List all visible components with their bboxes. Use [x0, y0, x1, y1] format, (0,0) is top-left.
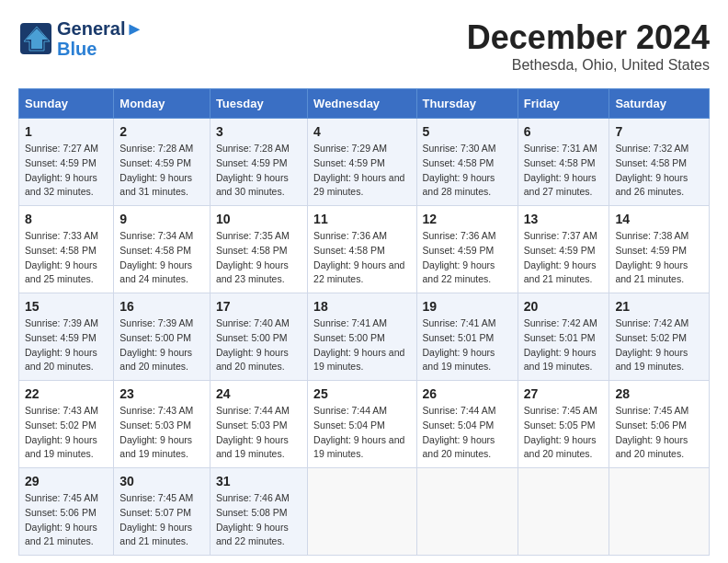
calendar-cell: 27 Sunrise: 7:45 AM Sunset: 5:05 PM Dayl… — [518, 381, 609, 468]
day-number: 24 — [216, 386, 301, 401]
day-info: Sunrise: 7:33 AM Sunset: 4:58 PM Dayligh… — [25, 229, 108, 287]
day-info: Sunrise: 7:29 AM Sunset: 4:59 PM Dayligh… — [313, 142, 410, 200]
day-number: 19 — [423, 299, 512, 314]
calendar-cell: 28 Sunrise: 7:45 AM Sunset: 5:06 PM Dayl… — [609, 381, 710, 468]
day-info: Sunrise: 7:43 AM Sunset: 5:03 PM Dayligh… — [119, 404, 204, 462]
calendar-cell: 3 Sunrise: 7:28 AM Sunset: 4:59 PM Dayli… — [210, 119, 307, 206]
day-info: Sunrise: 7:32 AM Sunset: 4:58 PM Dayligh… — [615, 142, 703, 200]
day-number: 15 — [25, 299, 108, 314]
day-info: Sunrise: 7:44 AM Sunset: 5:04 PM Dayligh… — [423, 404, 512, 462]
day-number: 7 — [615, 124, 703, 139]
col-header-monday: Monday — [114, 89, 210, 119]
calendar-week-row: 29 Sunrise: 7:45 AM Sunset: 5:06 PM Dayl… — [19, 468, 710, 556]
day-info: Sunrise: 7:31 AM Sunset: 4:58 PM Dayligh… — [524, 142, 604, 200]
day-number: 31 — [216, 474, 301, 488]
col-header-saturday: Saturday — [609, 89, 710, 119]
calendar-cell — [308, 468, 416, 556]
day-number: 25 — [313, 386, 410, 401]
day-info: Sunrise: 7:46 AM Sunset: 5:08 PM Dayligh… — [216, 491, 301, 549]
calendar-cell — [416, 468, 518, 556]
day-number: 12 — [423, 212, 512, 226]
day-number: 29 — [25, 474, 108, 488]
day-info: Sunrise: 7:36 AM Sunset: 4:59 PM Dayligh… — [423, 229, 512, 287]
calendar-cell: 19 Sunrise: 7:41 AM Sunset: 5:01 PM Dayl… — [416, 293, 518, 381]
day-info: Sunrise: 7:44 AM Sunset: 5:03 PM Dayligh… — [216, 404, 301, 462]
col-header-thursday: Thursday — [416, 89, 518, 119]
calendar-cell: 4 Sunrise: 7:29 AM Sunset: 4:59 PM Dayli… — [308, 119, 416, 206]
calendar-cell: 29 Sunrise: 7:45 AM Sunset: 5:06 PM Dayl… — [19, 468, 114, 556]
logo-blue: Blue — [57, 39, 143, 59]
calendar-cell: 26 Sunrise: 7:44 AM Sunset: 5:04 PM Dayl… — [416, 381, 518, 468]
day-info: Sunrise: 7:42 AM Sunset: 5:01 PM Dayligh… — [524, 316, 604, 374]
day-info: Sunrise: 7:35 AM Sunset: 4:58 PM Dayligh… — [216, 229, 301, 287]
day-number: 27 — [524, 386, 604, 401]
day-number: 2 — [119, 124, 204, 139]
calendar-cell: 1 Sunrise: 7:27 AM Sunset: 4:59 PM Dayli… — [19, 119, 114, 206]
day-number: 5 — [423, 124, 512, 139]
calendar-table: SundayMondayTuesdayWednesdayThursdayFrid… — [18, 88, 710, 556]
day-number: 9 — [119, 212, 204, 226]
day-info: Sunrise: 7:40 AM Sunset: 5:00 PM Dayligh… — [216, 316, 301, 374]
day-number: 13 — [524, 212, 604, 226]
day-info: Sunrise: 7:27 AM Sunset: 4:59 PM Dayligh… — [25, 142, 108, 200]
day-info: Sunrise: 7:38 AM Sunset: 4:59 PM Dayligh… — [615, 229, 703, 287]
calendar-header-row: SundayMondayTuesdayWednesdayThursdayFrid… — [19, 89, 710, 119]
calendar-cell: 30 Sunrise: 7:45 AM Sunset: 5:07 PM Dayl… — [114, 468, 210, 556]
calendar-cell: 11 Sunrise: 7:36 AM Sunset: 4:58 PM Dayl… — [308, 206, 416, 293]
calendar-cell: 7 Sunrise: 7:32 AM Sunset: 4:58 PM Dayli… — [609, 119, 710, 206]
col-header-wednesday: Wednesday — [308, 89, 416, 119]
page-header: General► Blue December 2024 Bethesda, Oh… — [18, 18, 710, 74]
calendar-cell: 18 Sunrise: 7:41 AM Sunset: 5:00 PM Dayl… — [308, 293, 416, 381]
day-info: Sunrise: 7:45 AM Sunset: 5:05 PM Dayligh… — [524, 404, 604, 462]
calendar-week-row: 15 Sunrise: 7:39 AM Sunset: 4:59 PM Dayl… — [19, 293, 710, 381]
day-number: 28 — [615, 386, 703, 401]
day-number: 20 — [524, 299, 604, 314]
day-number: 17 — [216, 299, 301, 314]
day-number: 8 — [25, 212, 108, 226]
calendar-cell: 9 Sunrise: 7:34 AM Sunset: 4:58 PM Dayli… — [114, 206, 210, 293]
day-number: 4 — [313, 124, 410, 139]
day-info: Sunrise: 7:41 AM Sunset: 5:00 PM Dayligh… — [313, 316, 410, 374]
day-info: Sunrise: 7:45 AM Sunset: 5:06 PM Dayligh… — [25, 491, 108, 549]
day-number: 6 — [524, 124, 604, 139]
calendar-cell: 31 Sunrise: 7:46 AM Sunset: 5:08 PM Dayl… — [210, 468, 307, 556]
day-info: Sunrise: 7:44 AM Sunset: 5:04 PM Dayligh… — [313, 404, 410, 462]
calendar-cell: 13 Sunrise: 7:37 AM Sunset: 4:59 PM Dayl… — [518, 206, 609, 293]
day-number: 10 — [216, 212, 301, 226]
day-info: Sunrise: 7:37 AM Sunset: 4:59 PM Dayligh… — [524, 229, 604, 287]
calendar-cell: 20 Sunrise: 7:42 AM Sunset: 5:01 PM Dayl… — [518, 293, 609, 381]
location-title: Bethesda, Ohio, United States — [467, 57, 710, 74]
calendar-week-row: 8 Sunrise: 7:33 AM Sunset: 4:58 PM Dayli… — [19, 206, 710, 293]
calendar-cell: 25 Sunrise: 7:44 AM Sunset: 5:04 PM Dayl… — [308, 381, 416, 468]
day-info: Sunrise: 7:45 AM Sunset: 5:07 PM Dayligh… — [119, 491, 204, 549]
logo-name: General► — [57, 18, 143, 39]
calendar-cell: 22 Sunrise: 7:43 AM Sunset: 5:02 PM Dayl… — [19, 381, 114, 468]
calendar-week-row: 22 Sunrise: 7:43 AM Sunset: 5:02 PM Dayl… — [19, 381, 710, 468]
day-number: 18 — [313, 299, 410, 314]
day-number: 26 — [423, 386, 512, 401]
calendar-cell — [518, 468, 609, 556]
day-info: Sunrise: 7:39 AM Sunset: 4:59 PM Dayligh… — [25, 316, 108, 374]
calendar-cell: 10 Sunrise: 7:35 AM Sunset: 4:58 PM Dayl… — [210, 206, 307, 293]
day-info: Sunrise: 7:43 AM Sunset: 5:02 PM Dayligh… — [25, 404, 108, 462]
calendar-cell: 17 Sunrise: 7:40 AM Sunset: 5:00 PM Dayl… — [210, 293, 307, 381]
day-info: Sunrise: 7:28 AM Sunset: 4:59 PM Dayligh… — [216, 142, 301, 200]
calendar-cell: 2 Sunrise: 7:28 AM Sunset: 4:59 PM Dayli… — [114, 119, 210, 206]
calendar-cell: 23 Sunrise: 7:43 AM Sunset: 5:03 PM Dayl… — [114, 381, 210, 468]
calendar-cell — [609, 468, 710, 556]
calendar-cell: 6 Sunrise: 7:31 AM Sunset: 4:58 PM Dayli… — [518, 119, 609, 206]
day-number: 30 — [119, 474, 204, 488]
logo: General► Blue — [18, 18, 143, 59]
calendar-cell: 8 Sunrise: 7:33 AM Sunset: 4:58 PM Dayli… — [19, 206, 114, 293]
calendar-week-row: 1 Sunrise: 7:27 AM Sunset: 4:59 PM Dayli… — [19, 119, 710, 206]
col-header-sunday: Sunday — [19, 89, 114, 119]
day-number: 23 — [119, 386, 204, 401]
day-info: Sunrise: 7:36 AM Sunset: 4:58 PM Dayligh… — [313, 229, 410, 287]
day-number: 22 — [25, 386, 108, 401]
day-info: Sunrise: 7:42 AM Sunset: 5:02 PM Dayligh… — [615, 316, 703, 374]
day-number: 21 — [615, 299, 703, 314]
day-info: Sunrise: 7:34 AM Sunset: 4:58 PM Dayligh… — [119, 229, 204, 287]
logo-icon — [18, 21, 53, 56]
calendar-cell: 24 Sunrise: 7:44 AM Sunset: 5:03 PM Dayl… — [210, 381, 307, 468]
title-section: December 2024 Bethesda, Ohio, United Sta… — [467, 18, 710, 74]
